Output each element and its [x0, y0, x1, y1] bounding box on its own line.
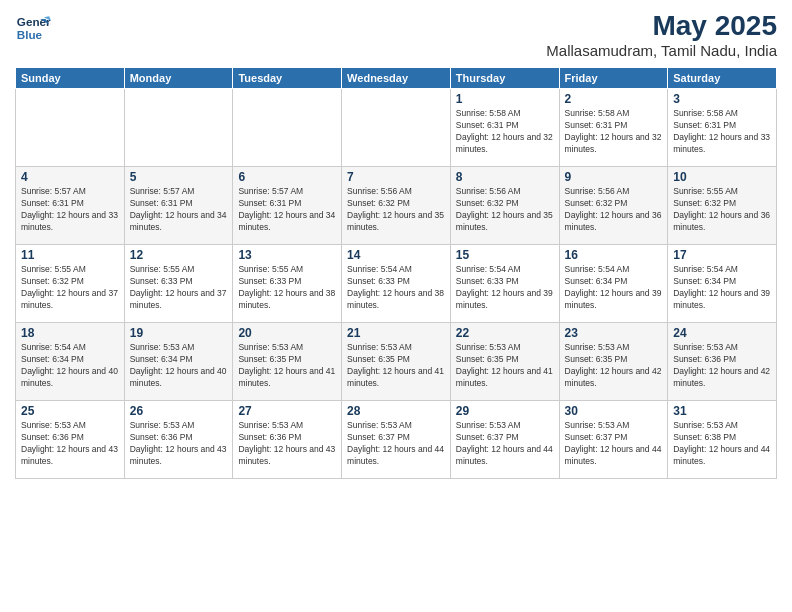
day-number: 15	[456, 248, 554, 262]
day-number: 16	[565, 248, 663, 262]
day-info: Sunrise: 5:53 AMSunset: 6:36 PMDaylight:…	[21, 420, 119, 468]
day-cell: 27Sunrise: 5:53 AMSunset: 6:36 PMDayligh…	[233, 401, 342, 479]
day-cell: 10Sunrise: 5:55 AMSunset: 6:32 PMDayligh…	[668, 167, 777, 245]
day-cell: 1Sunrise: 5:58 AMSunset: 6:31 PMDaylight…	[450, 89, 559, 167]
main-title: May 2025	[546, 10, 777, 42]
day-cell: 24Sunrise: 5:53 AMSunset: 6:36 PMDayligh…	[668, 323, 777, 401]
day-number: 9	[565, 170, 663, 184]
day-cell: 14Sunrise: 5:54 AMSunset: 6:33 PMDayligh…	[342, 245, 451, 323]
day-cell: 18Sunrise: 5:54 AMSunset: 6:34 PMDayligh…	[16, 323, 125, 401]
day-cell: 30Sunrise: 5:53 AMSunset: 6:37 PMDayligh…	[559, 401, 668, 479]
logo-icon: General Blue	[15, 10, 51, 46]
day-number: 25	[21, 404, 119, 418]
day-cell	[233, 89, 342, 167]
day-number: 6	[238, 170, 336, 184]
day-info: Sunrise: 5:53 AMSunset: 6:36 PMDaylight:…	[238, 420, 336, 468]
day-info: Sunrise: 5:56 AMSunset: 6:32 PMDaylight:…	[565, 186, 663, 234]
calendar-body: 1Sunrise: 5:58 AMSunset: 6:31 PMDaylight…	[16, 89, 777, 479]
day-number: 23	[565, 326, 663, 340]
calendar-header: Sunday Monday Tuesday Wednesday Thursday…	[16, 68, 777, 89]
day-info: Sunrise: 5:53 AMSunset: 6:35 PMDaylight:…	[347, 342, 445, 390]
day-info: Sunrise: 5:53 AMSunset: 6:37 PMDaylight:…	[456, 420, 554, 468]
day-cell: 28Sunrise: 5:53 AMSunset: 6:37 PMDayligh…	[342, 401, 451, 479]
day-number: 27	[238, 404, 336, 418]
title-block: May 2025 Mallasamudram, Tamil Nadu, Indi…	[546, 10, 777, 59]
subtitle: Mallasamudram, Tamil Nadu, India	[546, 42, 777, 59]
day-info: Sunrise: 5:55 AMSunset: 6:32 PMDaylight:…	[673, 186, 771, 234]
day-info: Sunrise: 5:56 AMSunset: 6:32 PMDaylight:…	[347, 186, 445, 234]
day-cell: 29Sunrise: 5:53 AMSunset: 6:37 PMDayligh…	[450, 401, 559, 479]
day-info: Sunrise: 5:53 AMSunset: 6:35 PMDaylight:…	[238, 342, 336, 390]
day-number: 22	[456, 326, 554, 340]
day-info: Sunrise: 5:58 AMSunset: 6:31 PMDaylight:…	[456, 108, 554, 156]
day-cell: 5Sunrise: 5:57 AMSunset: 6:31 PMDaylight…	[124, 167, 233, 245]
day-info: Sunrise: 5:55 AMSunset: 6:33 PMDaylight:…	[238, 264, 336, 312]
day-cell: 8Sunrise: 5:56 AMSunset: 6:32 PMDaylight…	[450, 167, 559, 245]
day-number: 18	[21, 326, 119, 340]
day-cell: 16Sunrise: 5:54 AMSunset: 6:34 PMDayligh…	[559, 245, 668, 323]
day-info: Sunrise: 5:55 AMSunset: 6:32 PMDaylight:…	[21, 264, 119, 312]
day-number: 8	[456, 170, 554, 184]
week-row-3: 11Sunrise: 5:55 AMSunset: 6:32 PMDayligh…	[16, 245, 777, 323]
page: General Blue May 2025 Mallasamudram, Tam…	[0, 0, 792, 612]
svg-text:Blue: Blue	[17, 28, 43, 41]
day-info: Sunrise: 5:54 AMSunset: 6:34 PMDaylight:…	[21, 342, 119, 390]
day-info: Sunrise: 5:53 AMSunset: 6:38 PMDaylight:…	[673, 420, 771, 468]
calendar-table: Sunday Monday Tuesday Wednesday Thursday…	[15, 67, 777, 479]
day-cell: 25Sunrise: 5:53 AMSunset: 6:36 PMDayligh…	[16, 401, 125, 479]
day-number: 10	[673, 170, 771, 184]
day-number: 5	[130, 170, 228, 184]
day-info: Sunrise: 5:53 AMSunset: 6:36 PMDaylight:…	[673, 342, 771, 390]
day-number: 19	[130, 326, 228, 340]
day-number: 26	[130, 404, 228, 418]
day-info: Sunrise: 5:56 AMSunset: 6:32 PMDaylight:…	[456, 186, 554, 234]
week-row-5: 25Sunrise: 5:53 AMSunset: 6:36 PMDayligh…	[16, 401, 777, 479]
day-info: Sunrise: 5:58 AMSunset: 6:31 PMDaylight:…	[673, 108, 771, 156]
week-row-2: 4Sunrise: 5:57 AMSunset: 6:31 PMDaylight…	[16, 167, 777, 245]
day-cell	[124, 89, 233, 167]
day-cell: 20Sunrise: 5:53 AMSunset: 6:35 PMDayligh…	[233, 323, 342, 401]
day-cell: 7Sunrise: 5:56 AMSunset: 6:32 PMDaylight…	[342, 167, 451, 245]
day-cell: 22Sunrise: 5:53 AMSunset: 6:35 PMDayligh…	[450, 323, 559, 401]
day-info: Sunrise: 5:57 AMSunset: 6:31 PMDaylight:…	[21, 186, 119, 234]
day-cell: 23Sunrise: 5:53 AMSunset: 6:35 PMDayligh…	[559, 323, 668, 401]
header-row: Sunday Monday Tuesday Wednesday Thursday…	[16, 68, 777, 89]
day-cell: 12Sunrise: 5:55 AMSunset: 6:33 PMDayligh…	[124, 245, 233, 323]
day-number: 12	[130, 248, 228, 262]
day-number: 14	[347, 248, 445, 262]
day-cell	[342, 89, 451, 167]
day-number: 11	[21, 248, 119, 262]
col-tuesday: Tuesday	[233, 68, 342, 89]
day-info: Sunrise: 5:53 AMSunset: 6:36 PMDaylight:…	[130, 420, 228, 468]
day-number: 1	[456, 92, 554, 106]
day-cell: 21Sunrise: 5:53 AMSunset: 6:35 PMDayligh…	[342, 323, 451, 401]
day-cell: 11Sunrise: 5:55 AMSunset: 6:32 PMDayligh…	[16, 245, 125, 323]
day-info: Sunrise: 5:53 AMSunset: 6:35 PMDaylight:…	[565, 342, 663, 390]
day-cell: 17Sunrise: 5:54 AMSunset: 6:34 PMDayligh…	[668, 245, 777, 323]
day-number: 31	[673, 404, 771, 418]
day-info: Sunrise: 5:54 AMSunset: 6:34 PMDaylight:…	[673, 264, 771, 312]
day-number: 28	[347, 404, 445, 418]
day-info: Sunrise: 5:54 AMSunset: 6:33 PMDaylight:…	[456, 264, 554, 312]
day-number: 2	[565, 92, 663, 106]
day-number: 21	[347, 326, 445, 340]
day-cell: 3Sunrise: 5:58 AMSunset: 6:31 PMDaylight…	[668, 89, 777, 167]
day-cell	[16, 89, 125, 167]
day-cell: 19Sunrise: 5:53 AMSunset: 6:34 PMDayligh…	[124, 323, 233, 401]
day-number: 4	[21, 170, 119, 184]
day-info: Sunrise: 5:54 AMSunset: 6:34 PMDaylight:…	[565, 264, 663, 312]
day-info: Sunrise: 5:57 AMSunset: 6:31 PMDaylight:…	[238, 186, 336, 234]
day-cell: 13Sunrise: 5:55 AMSunset: 6:33 PMDayligh…	[233, 245, 342, 323]
col-friday: Friday	[559, 68, 668, 89]
day-cell: 26Sunrise: 5:53 AMSunset: 6:36 PMDayligh…	[124, 401, 233, 479]
day-cell: 6Sunrise: 5:57 AMSunset: 6:31 PMDaylight…	[233, 167, 342, 245]
day-number: 17	[673, 248, 771, 262]
day-info: Sunrise: 5:54 AMSunset: 6:33 PMDaylight:…	[347, 264, 445, 312]
day-cell: 9Sunrise: 5:56 AMSunset: 6:32 PMDaylight…	[559, 167, 668, 245]
day-number: 13	[238, 248, 336, 262]
day-number: 30	[565, 404, 663, 418]
day-info: Sunrise: 5:55 AMSunset: 6:33 PMDaylight:…	[130, 264, 228, 312]
col-saturday: Saturday	[668, 68, 777, 89]
day-info: Sunrise: 5:57 AMSunset: 6:31 PMDaylight:…	[130, 186, 228, 234]
logo: General Blue	[15, 10, 51, 46]
